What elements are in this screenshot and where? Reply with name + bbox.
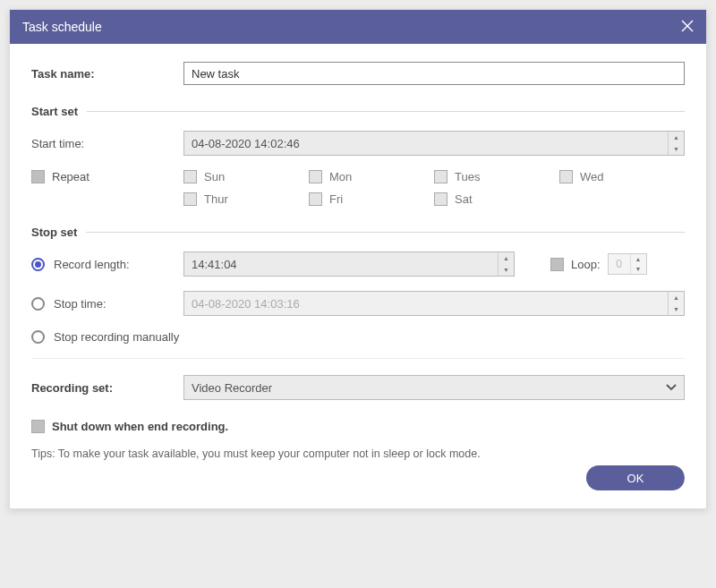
checkbox-icon [183, 170, 197, 183]
record-length-spinner-arrows: ▲ ▼ [498, 252, 514, 276]
task-name-row: Task name: [31, 62, 685, 85]
day-label: Sat [455, 192, 473, 206]
chevron-up-icon[interactable]: ▲ [669, 292, 684, 303]
day-label: Sun [204, 170, 225, 183]
checkbox-icon [309, 170, 322, 183]
day-wed[interactable]: Wed [559, 170, 685, 183]
repeat-label-group: Repeat [31, 170, 183, 183]
day-label: Thur [204, 192, 228, 206]
record-length-radio-group: Record length: [31, 258, 183, 271]
record-length-value: 14:41:04 [184, 252, 498, 276]
loop-label: Loop: [571, 258, 601, 271]
task-schedule-dialog: Task schedule Task name: Start set Start… [9, 9, 707, 509]
record-length-radio[interactable] [31, 258, 45, 271]
recording-set-label: Recording set: [31, 381, 183, 395]
stop-set-heading-label: Stop set [31, 226, 86, 239]
footer: OK [31, 460, 685, 492]
day-mon[interactable]: Mon [309, 170, 434, 183]
stop-manual-radio-group: Stop recording manually [31, 330, 179, 344]
shutdown-label: Shut down when end recording. [52, 420, 228, 433]
record-length-row: Record length: 14:41:04 ▲ ▼ Loop: 0 ▲ ▼ [31, 251, 685, 277]
dialog-content: Task name: Start set Start time: 04-08-2… [10, 44, 706, 508]
ok-button[interactable]: OK [586, 465, 685, 490]
start-time-row: Start time: 04-08-2020 14:02:46 ▲ ▼ [31, 131, 685, 156]
stop-time-radio[interactable] [31, 297, 45, 311]
chevron-down-icon[interactable]: ▼ [669, 143, 684, 155]
day-fri[interactable]: Fri [309, 192, 434, 206]
stop-time-value: 04-08-2020 14:03:16 [184, 292, 668, 315]
chevron-down-icon[interactable]: ▼ [631, 264, 646, 274]
task-name-label: Task name: [31, 67, 183, 81]
day-sat[interactable]: Sat [434, 192, 559, 206]
shutdown-row: Shut down when end recording. [31, 420, 685, 433]
record-length-input[interactable]: 14:41:04 ▲ ▼ [183, 251, 515, 277]
loop-input[interactable]: 0 ▲ ▼ [608, 253, 647, 275]
dialog-title: Task schedule [22, 20, 102, 34]
chevron-up-icon[interactable]: ▲ [669, 132, 684, 143]
chevron-down-icon[interactable]: ▼ [499, 264, 514, 276]
checkbox-icon [309, 192, 322, 206]
day-sun[interactable]: Sun [183, 170, 309, 183]
loop-checkbox[interactable] [550, 258, 564, 271]
stop-manual-label: Stop recording manually [54, 330, 179, 344]
divider [31, 358, 685, 359]
day-thur[interactable]: Thur [183, 192, 309, 206]
stop-set-heading: Stop set [31, 226, 685, 239]
stop-time-radio-group: Stop time: [31, 297, 183, 311]
checkbox-icon [434, 192, 448, 206]
chevron-down-icon[interactable]: ▼ [669, 303, 684, 315]
recording-set-row: Recording set: Video Recorder [31, 375, 685, 400]
chevron-up-icon[interactable]: ▲ [631, 254, 646, 264]
start-time-input[interactable]: 04-08-2020 14:02:46 ▲ ▼ [183, 131, 685, 156]
day-label: Wed [580, 170, 604, 183]
day-label: Tues [455, 170, 480, 183]
stop-manual-radio[interactable] [31, 330, 45, 344]
stop-manual-row: Stop recording manually [31, 330, 685, 344]
stop-time-spinner-arrows: ▲ ▼ [668, 292, 684, 315]
recording-set-select[interactable]: Video Recorder [183, 375, 685, 400]
record-length-label: Record length: [54, 258, 130, 271]
start-time-label: Start time: [31, 137, 183, 150]
loop-group: Loop: 0 ▲ ▼ [550, 253, 647, 275]
start-time-spinner-arrows: ▲ ▼ [668, 132, 684, 155]
shutdown-checkbox[interactable] [31, 420, 45, 433]
titlebar: Task schedule [10, 10, 706, 44]
days-grid: Sun Mon Tues Wed Thur Fri Sat [183, 170, 685, 206]
stop-time-label: Stop time: [54, 297, 107, 311]
checkbox-icon [183, 192, 197, 206]
day-label: Fri [329, 192, 343, 206]
stop-time-row: Stop time: 04-08-2020 14:03:16 ▲ ▼ [31, 291, 685, 316]
stop-time-input[interactable]: 04-08-2020 14:03:16 ▲ ▼ [183, 291, 685, 316]
tips-text: Tips: To make your task available, you m… [31, 447, 685, 460]
loop-spinner-arrows: ▲ ▼ [630, 254, 646, 274]
loop-value: 0 [609, 254, 630, 274]
checkbox-icon [434, 170, 448, 183]
start-set-heading-label: Start set [31, 105, 87, 118]
start-time-value: 04-08-2020 14:02:46 [184, 132, 668, 155]
checkbox-icon [559, 170, 573, 183]
divider [87, 111, 685, 112]
repeat-checkbox[interactable] [31, 170, 45, 183]
recording-set-value: Video Recorder [192, 381, 272, 395]
day-tues[interactable]: Tues [434, 170, 559, 183]
divider [86, 232, 685, 233]
repeat-row: Repeat Sun Mon Tues Wed Thur Fri Sat [31, 170, 685, 206]
close-icon[interactable] [681, 19, 694, 35]
chevron-down-icon [666, 381, 677, 394]
repeat-label: Repeat [52, 170, 90, 183]
chevron-up-icon[interactable]: ▲ [499, 252, 514, 264]
day-label: Mon [329, 170, 352, 183]
task-name-input[interactable] [183, 62, 685, 85]
start-set-heading: Start set [31, 105, 685, 118]
